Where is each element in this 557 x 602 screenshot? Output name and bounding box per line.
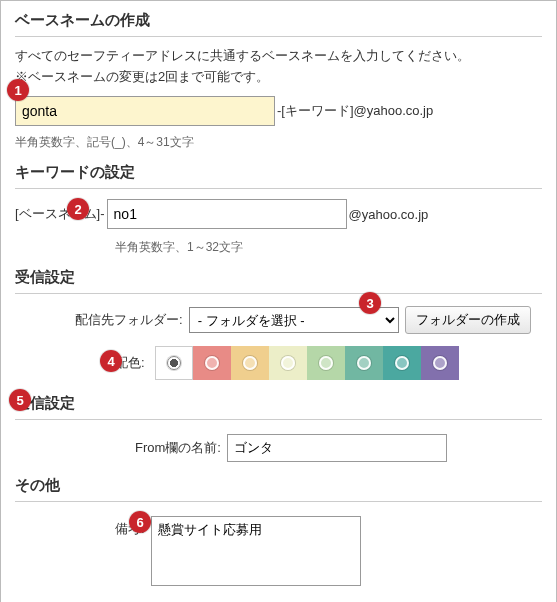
color-swatch[interactable] [155, 346, 193, 380]
color-radio[interactable] [319, 356, 333, 370]
section-title-receive: 受信設定 [15, 268, 542, 294]
memo-textarea[interactable] [151, 516, 361, 586]
basename-after: -[キーワード]@yahoo.co.jp [277, 102, 433, 120]
section-title-basename: ベースネームの作成 [15, 11, 542, 37]
color-swatch[interactable] [269, 346, 307, 380]
basename-note: ※ベースネームの変更は2回まで可能です。 [15, 68, 542, 86]
color-swatch[interactable] [421, 346, 459, 380]
color-radio[interactable] [281, 356, 295, 370]
color-radio[interactable] [357, 356, 371, 370]
create-folder-button[interactable]: フォルダーの作成 [405, 306, 531, 334]
from-label: From欄の名前: [135, 439, 221, 457]
keyword-prefix: [ベースネーム]- [15, 205, 105, 223]
section-title-other: その他 [15, 476, 542, 502]
step-badge-2: 2 [67, 198, 89, 220]
color-swatch[interactable] [383, 346, 421, 380]
color-swatches [155, 346, 459, 380]
color-radio[interactable] [205, 356, 219, 370]
color-swatch[interactable] [193, 346, 231, 380]
color-swatch[interactable] [345, 346, 383, 380]
color-radio[interactable] [433, 356, 447, 370]
step-badge-1: 1 [7, 79, 29, 101]
color-swatch[interactable] [307, 346, 345, 380]
step-badge-4: 4 [100, 350, 122, 372]
color-swatch[interactable] [231, 346, 269, 380]
section-title-send: 送信設定 [15, 394, 542, 420]
basename-input[interactable] [15, 96, 275, 126]
from-input[interactable] [227, 434, 447, 462]
step-badge-5: 5 [9, 389, 31, 411]
color-radio[interactable] [167, 356, 181, 370]
keyword-after: @yahoo.co.jp [349, 207, 429, 222]
step-badge-6: 6 [129, 511, 151, 533]
folder-label: 配信先フォルダー: [75, 311, 183, 329]
basename-desc: すべてのセーフティーアドレスに共通するベースネームを入力してください。 [15, 47, 542, 65]
step-badge-3: 3 [359, 292, 381, 314]
keyword-input[interactable] [107, 199, 347, 229]
basename-hint: 半角英数字、記号(_)、4～31文字 [15, 134, 542, 151]
keyword-hint: 半角英数字、1～32文字 [115, 239, 542, 256]
color-radio[interactable] [243, 356, 257, 370]
section-title-keyword: キーワードの設定 [15, 163, 542, 189]
color-radio[interactable] [395, 356, 409, 370]
